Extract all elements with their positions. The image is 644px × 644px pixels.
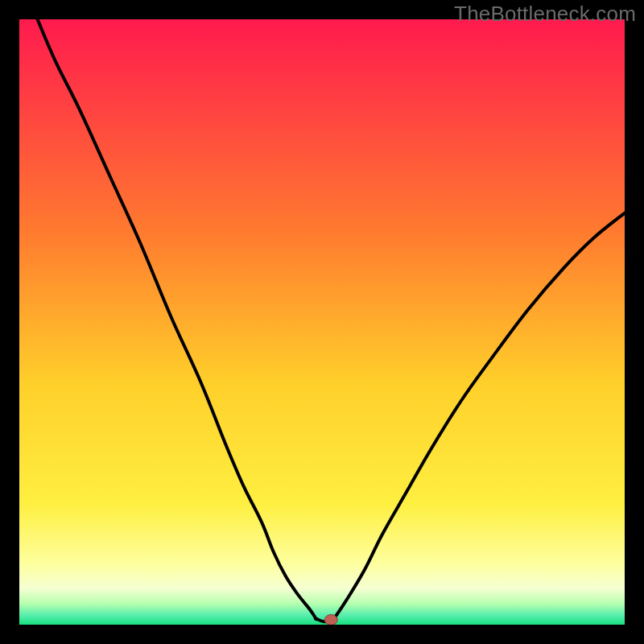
- watermark-text: TheBottleneck.com: [454, 2, 636, 27]
- bottleneck-chart: [19, 19, 625, 625]
- chart-frame: [19, 19, 625, 625]
- gradient-background: [19, 19, 625, 625]
- optimal-point-marker: [324, 614, 337, 625]
